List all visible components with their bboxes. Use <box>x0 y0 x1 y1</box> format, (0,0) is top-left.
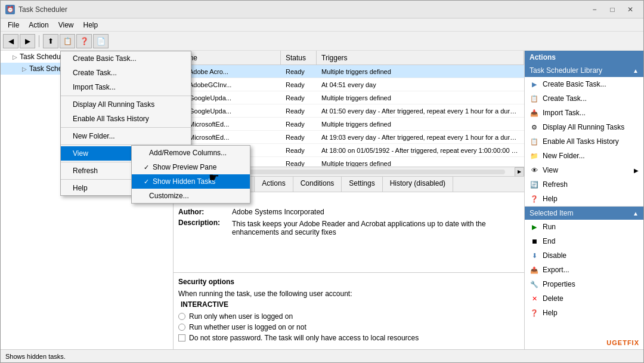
back-button[interactable]: ◀ <box>3 34 18 48</box>
action-delete[interactable]: ✕ Delete <box>525 291 643 306</box>
ctx-separator-1 <box>61 96 191 96</box>
action-view[interactable]: 👁 View ▶ <box>525 163 643 177</box>
close-button[interactable]: ✕ <box>622 4 639 16</box>
run-icon: ▶ <box>530 222 539 232</box>
action-new-folder[interactable]: 📁 New Folder... <box>525 149 643 163</box>
view-icon: 👁 <box>530 165 539 175</box>
action-import-task[interactable]: 📥 Import Task... <box>525 106 643 120</box>
task-list-header: Name Status Triggers <box>174 51 524 65</box>
submenu-hidden-label: Show Hidden Tasks <box>153 177 215 186</box>
view-submenu-arrow: ▶ <box>634 167 639 174</box>
col-header-status[interactable]: Status <box>281 51 317 64</box>
detail-description-row: Description: This task keeps your Adobe … <box>178 219 519 236</box>
ctx-new-folder[interactable]: New Folder... <box>61 129 191 143</box>
create-basic-task-icon: ▶ <box>530 79 539 89</box>
submenu-show-preview[interactable]: ✓ Show Preview Pane <box>132 160 250 174</box>
ctx-create-basic-task[interactable]: Create Basic Task... <box>61 51 191 66</box>
task-cell-triggers: Multiple triggers defined <box>317 159 524 167</box>
menu-help[interactable]: Help <box>79 20 103 30</box>
detail-location-value <box>232 197 519 205</box>
action-enable-history[interactable]: 📋 Enable All Tasks History <box>525 134 643 149</box>
titlebar-buttons: − □ ✕ <box>586 4 639 16</box>
tab-settings[interactable]: Settings <box>342 177 382 192</box>
ctx-view-label: View <box>73 149 88 158</box>
checkbox-no-password-box[interactable] <box>178 334 185 342</box>
action-properties[interactable]: 🔧 Properties <box>525 277 643 291</box>
forward-button[interactable]: ▶ <box>20 34 35 48</box>
tab-actions[interactable]: Actions <box>255 177 293 192</box>
tab-history[interactable]: History (disabled) <box>383 177 453 192</box>
action-create-basic-task[interactable]: ▶ Create Basic Task... <box>525 77 643 91</box>
menu-file[interactable]: File <box>3 20 24 30</box>
menu-view[interactable]: View <box>54 20 79 30</box>
action-disable[interactable]: ⬇ Disable <box>525 248 643 263</box>
help-toolbar-button[interactable]: ❓ <box>76 34 92 48</box>
submenu-customize[interactable]: Customize... <box>132 189 250 203</box>
refresh-icon: 🔄 <box>530 180 539 189</box>
actions-header: Actions <box>525 51 643 64</box>
detail-description-label: Description: <box>178 219 232 236</box>
action-display-running[interactable]: ⚙ Display All Running Tasks <box>525 120 643 134</box>
table-row[interactable]: ⏰ GoogleUpda... Ready Multiple triggers … <box>174 91 524 104</box>
properties-icon: 🔧 <box>530 279 539 289</box>
window-title: Task Scheduler <box>18 5 586 14</box>
ctx-display-running[interactable]: Display All Running Tasks <box>61 97 191 112</box>
submenu-add-remove-label: Add/Remove Columns... <box>149 149 227 157</box>
task-cell-triggers: Multiple triggers defined <box>317 119 524 129</box>
submenu-add-remove-columns[interactable]: Add/Remove Columns... <box>132 146 250 160</box>
radio-logged-on-circle[interactable] <box>178 313 185 320</box>
titlebar: ⏰ Task Scheduler − □ ✕ <box>1 1 643 19</box>
clipboard-button[interactable]: 📋 <box>60 34 75 48</box>
table-row[interactable]: ⏰ AdobeGCInv... Ready At 04:51 every day <box>174 78 524 91</box>
task-cell-status: Ready <box>281 159 317 167</box>
statusbar-text: Shows hidden tasks. <box>5 353 66 360</box>
section-header-selected[interactable]: Selected Item ▲ <box>525 207 643 220</box>
action-help-selected-label: Help <box>543 309 558 317</box>
task-cell-status: Ready <box>281 146 317 155</box>
security-subtitle: When running the task, use the following… <box>178 290 519 298</box>
action-export[interactable]: 📤 Export... <box>525 263 643 277</box>
table-row[interactable]: ⏰ Adobe Acro... Ready Multiple triggers … <box>174 65 524 78</box>
radio-whether-logged-circle[interactable] <box>178 324 185 331</box>
table-row[interactable]: ⏰ MicrosoftEd... Ready At 19:03 every da… <box>174 131 524 144</box>
right-panel: Actions Task Scheduler Library ▲ ▶ Creat… <box>524 51 643 349</box>
action-refresh[interactable]: 🔄 Refresh <box>525 177 643 192</box>
action-create-task[interactable]: 📋 Create Task... <box>525 91 643 106</box>
import-task-icon: 📥 <box>530 108 539 118</box>
section-library-label: Task Scheduler Library <box>530 66 602 75</box>
action-end[interactable]: ⏹ End <box>525 234 643 248</box>
action-run-label: Run <box>543 223 556 231</box>
action-run[interactable]: ▶ Run <box>525 220 643 234</box>
ctx-separator-2 <box>61 127 191 128</box>
scroll-right-btn[interactable]: ▶ <box>515 167 524 177</box>
properties-toolbar-button[interactable]: 📄 <box>93 34 109 48</box>
main-content: ▷ Task Scheduler (Local) ▷ Task Schedule… <box>1 51 643 349</box>
action-help-selected[interactable]: ❓ Help <box>525 306 643 320</box>
end-icon: ⏹ <box>530 236 539 246</box>
section-selected-arrow: ▲ <box>633 210 639 217</box>
action-end-label: End <box>543 237 555 245</box>
up-button[interactable]: ⬆ <box>43 34 58 48</box>
tab-conditions[interactable]: Conditions <box>293 177 342 192</box>
maximize-button[interactable]: □ <box>604 4 621 16</box>
check-customize <box>144 192 145 199</box>
task-cell-triggers: At 18:00 on 01/05/1992 - After triggered… <box>317 146 524 155</box>
export-icon: 📤 <box>530 265 539 275</box>
action-help-library[interactable]: ❓ Help <box>525 192 643 206</box>
menu-action[interactable]: Action <box>24 20 53 30</box>
task-cell-status: Ready <box>281 106 317 116</box>
left-panel: ▷ Task Scheduler (Local) ▷ Task Schedule… <box>1 51 174 349</box>
section-header-library[interactable]: Task Scheduler Library ▲ <box>525 64 643 77</box>
table-row[interactable]: ⏰ GoogleUpda... Ready At 01:50 every day… <box>174 104 524 118</box>
task-name-label: MicrosoftEd... <box>189 134 229 141</box>
new-folder-icon: 📁 <box>530 151 539 161</box>
minimize-button[interactable]: − <box>586 4 603 16</box>
col-header-triggers[interactable]: Triggers <box>317 51 524 64</box>
check-preview: ✓ <box>144 164 149 171</box>
window: ⏰ Task Scheduler − □ ✕ File Action View … <box>0 0 644 363</box>
ctx-import-task[interactable]: Import Task... <box>61 80 191 94</box>
ctx-create-task[interactable]: Create Task... <box>61 66 191 80</box>
table-row[interactable]: ⏰ MicrosoftEd... Ready Multiple triggers… <box>174 118 524 131</box>
submenu-show-hidden[interactable]: ✓ Show Hidden Tasks <box>132 174 250 189</box>
ctx-enable-history[interactable]: Enable All Tasks History <box>61 112 191 126</box>
